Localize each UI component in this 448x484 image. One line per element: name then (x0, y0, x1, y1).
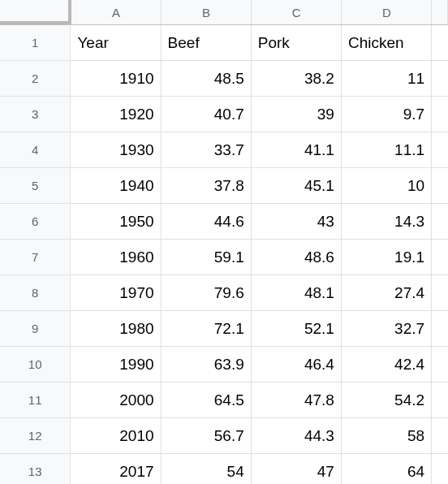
row-header[interactable]: 1 (0, 25, 71, 60)
cell[interactable]: 58 (342, 418, 432, 453)
cell[interactable]: 14.3 (342, 204, 432, 239)
cell[interactable]: 1940 (71, 168, 161, 203)
table-row: 11 2000 64.5 47.8 54.2 (0, 382, 448, 418)
cell-overflow[interactable] (432, 311, 448, 346)
cell-overflow[interactable] (432, 61, 448, 96)
cell[interactable]: 33.7 (162, 132, 252, 167)
table-row: 9 1980 72.1 52.1 32.7 (0, 311, 448, 347)
cell-overflow[interactable] (432, 168, 448, 203)
table-row: 13 2017 54 47 64 (0, 454, 448, 484)
cell[interactable]: 56.7 (162, 418, 252, 453)
cell-overflow[interactable] (432, 418, 448, 453)
row-header[interactable]: 8 (0, 275, 71, 310)
row-header[interactable]: 11 (0, 382, 71, 417)
table-row: 1 Year Beef Pork Chicken (0, 25, 448, 61)
cell[interactable]: 47.8 (252, 382, 342, 417)
cell[interactable]: 11 (342, 61, 432, 96)
row-header[interactable]: 6 (0, 204, 71, 239)
spreadsheet: A B C D 1 Year Beef Pork Chicken 2 1910 … (0, 0, 448, 484)
cell[interactable]: 1980 (71, 311, 161, 346)
table-row: 7 1960 59.1 48.6 19.1 (0, 240, 448, 275)
cell-overflow[interactable] (432, 347, 448, 382)
cell[interactable]: 44.3 (252, 418, 342, 453)
cell[interactable]: 44.6 (162, 204, 252, 239)
cell[interactable]: 79.6 (162, 275, 252, 310)
column-header-a[interactable]: A (71, 0, 162, 24)
row-header[interactable]: 12 (0, 418, 71, 453)
cell[interactable]: 48.5 (162, 61, 252, 96)
row-header[interactable]: 7 (0, 240, 71, 274)
cell-overflow[interactable] (432, 454, 448, 484)
row-header[interactable]: 4 (0, 132, 71, 167)
row-header[interactable]: 2 (0, 61, 71, 96)
row-header[interactable]: 5 (0, 168, 71, 203)
cell[interactable]: 1930 (71, 132, 161, 167)
cell-overflow[interactable] (432, 382, 448, 417)
cell[interactable]: 63.9 (162, 347, 252, 382)
row-header[interactable]: 10 (0, 347, 71, 382)
cell[interactable]: Year (71, 25, 161, 60)
cell[interactable]: 43 (252, 204, 342, 239)
cell[interactable]: 2010 (71, 418, 161, 453)
cell[interactable]: 10 (342, 168, 432, 203)
cell[interactable]: 2000 (71, 382, 161, 417)
cell-overflow[interactable] (432, 97, 448, 132)
cell-overflow[interactable] (432, 204, 448, 239)
column-header-overflow (432, 0, 448, 24)
cell[interactable]: 42.4 (342, 347, 432, 382)
table-row: 6 1950 44.6 43 14.3 (0, 204, 448, 240)
column-header-d[interactable]: D (342, 0, 432, 24)
table-row: 12 2010 56.7 44.3 58 (0, 418, 448, 454)
cell-overflow[interactable] (432, 240, 448, 274)
cell[interactable]: 41.1 (252, 132, 342, 167)
row-header[interactable]: 13 (0, 454, 71, 484)
cell[interactable]: 46.4 (252, 347, 342, 382)
cell[interactable]: 52.1 (252, 311, 342, 346)
cell[interactable]: 1960 (71, 240, 161, 274)
cell[interactable]: 47 (252, 454, 342, 484)
cell-overflow[interactable] (432, 132, 448, 167)
select-all-corner[interactable] (0, 0, 71, 24)
cell[interactable]: 9.7 (342, 97, 432, 132)
cell[interactable]: 37.8 (162, 168, 252, 203)
cell[interactable]: Pork (252, 25, 342, 60)
column-header-b[interactable]: B (162, 0, 252, 24)
cell[interactable]: 1990 (71, 347, 161, 382)
cell[interactable]: 11.1 (342, 132, 432, 167)
table-row: 8 1970 79.6 48.1 27.4 (0, 275, 448, 311)
cell[interactable]: 64.5 (162, 382, 252, 417)
column-header-c[interactable]: C (252, 0, 342, 24)
cell[interactable]: 1910 (71, 61, 161, 96)
cell[interactable]: 39 (252, 97, 342, 132)
cell[interactable]: 45.1 (252, 168, 342, 203)
cell[interactable]: 54.2 (342, 382, 432, 417)
table-row: 5 1940 37.8 45.1 10 (0, 168, 448, 204)
cell[interactable]: 40.7 (162, 97, 252, 132)
cell[interactable]: 59.1 (162, 240, 252, 274)
row-header[interactable]: 9 (0, 311, 71, 346)
cell[interactable]: 1970 (71, 275, 161, 310)
cell[interactable]: Chicken (342, 25, 432, 60)
cell[interactable]: 2017 (71, 454, 161, 484)
cell[interactable]: 48.6 (252, 240, 342, 274)
column-header-row: A B C D (0, 0, 448, 25)
cell[interactable]: 54 (162, 454, 252, 484)
cell[interactable]: 48.1 (252, 275, 342, 310)
cell[interactable]: 38.2 (252, 61, 342, 96)
cell-overflow[interactable] (432, 275, 448, 310)
table-row: 2 1910 48.5 38.2 11 (0, 61, 448, 97)
cell[interactable]: 1920 (71, 97, 161, 132)
table-row: 4 1930 33.7 41.1 11.1 (0, 132, 448, 168)
cell[interactable]: 19.1 (342, 240, 432, 274)
table-row: 3 1920 40.7 39 9.7 (0, 97, 448, 132)
cell[interactable]: Beef (162, 25, 252, 60)
table-row: 10 1990 63.9 46.4 42.4 (0, 347, 448, 382)
cell[interactable]: 27.4 (342, 275, 432, 310)
cell-overflow[interactable] (432, 25, 448, 60)
cell[interactable]: 64 (342, 454, 432, 484)
cell[interactable]: 32.7 (342, 311, 432, 346)
row-header[interactable]: 3 (0, 97, 71, 132)
cell[interactable]: 72.1 (162, 311, 252, 346)
cell[interactable]: 1950 (71, 204, 161, 239)
